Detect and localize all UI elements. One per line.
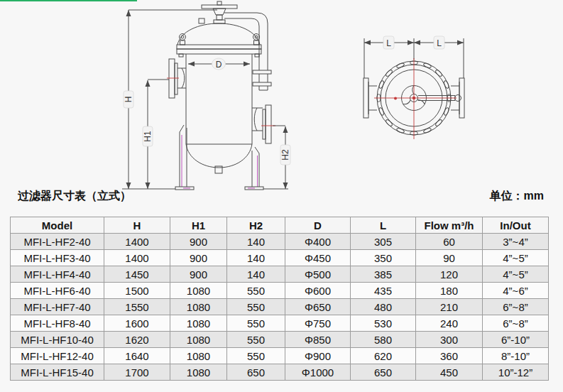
- cell-model: MFI-L-HF15-40: [11, 364, 104, 381]
- vessel-dome: [177, 18, 260, 45]
- column-header: D: [285, 217, 351, 234]
- cell-model: MFI-L-HF10-40: [11, 332, 104, 348]
- cell-in_out: 6”~8”: [483, 315, 549, 332]
- cell-h: 1400: [104, 234, 170, 250]
- cell-l: 350: [351, 250, 416, 266]
- cell-l: 480: [351, 299, 416, 315]
- cell-in_out: 10”-12”: [483, 364, 549, 381]
- lid-flange: [177, 45, 261, 57]
- table-row: MFI-L-HF12-4016401080550Φ9006203608”-10”: [11, 348, 549, 364]
- table-row: MFI-L-HF2-401400900140Φ400305603”~4”: [11, 234, 549, 250]
- cell-in_out: 4”~6”: [483, 283, 549, 299]
- cell-h2: 650: [227, 364, 285, 381]
- column-header: H2: [227, 217, 285, 234]
- cell-model: MFI-L-HF12-40: [11, 348, 104, 364]
- cell-h: 1400: [104, 250, 170, 266]
- inlet-nozzle: [167, 59, 186, 98]
- cell-l: 385: [351, 266, 416, 283]
- table-row: MFI-L-HF3-401400900140Φ450350904”~5”: [11, 250, 549, 266]
- cell-h1: 900: [170, 266, 227, 283]
- table-row: MFI-L-HF15-4017001080650Φ100065045010”-1…: [11, 364, 549, 381]
- dim-label-h: H: [124, 97, 133, 103]
- table-row: MFI-L-HF6-4015001080550Φ6004351804”~6”: [11, 283, 549, 299]
- cell-h: 1640: [104, 348, 170, 364]
- cell-in_out: 8”-10”: [483, 348, 549, 364]
- dimension-h: H: [122, 10, 217, 189]
- cell-flow: 180: [416, 283, 483, 299]
- cell-flow: 90: [416, 250, 483, 266]
- cell-model: MFI-L-HF8-40: [11, 315, 104, 332]
- table-row: MFI-L-HF7-4015501080550Φ6504802106”~8”: [11, 299, 549, 315]
- cell-model: MFI-L-HF3-40: [11, 250, 104, 266]
- cell-in_out: 6”-10”: [483, 332, 549, 348]
- cell-d: Φ900: [285, 348, 351, 364]
- cell-h1: 1080: [170, 315, 227, 332]
- cell-h1: 1080: [170, 332, 227, 348]
- cell-h2: 140: [227, 250, 285, 266]
- cell-h2: 550: [227, 348, 285, 364]
- datasheet-page: H H1 H2: [0, 0, 563, 392]
- dim-label-d: D: [216, 60, 222, 70]
- cell-h: 1550: [104, 299, 170, 315]
- cell-h2: 140: [227, 266, 285, 283]
- cell-h1: 900: [170, 250, 227, 266]
- cell-h: 1620: [104, 332, 170, 348]
- cell-flow: 450: [416, 364, 483, 381]
- dimension-h1: H1: [143, 80, 169, 189]
- cell-h1: 900: [170, 234, 227, 250]
- cell-h2: 550: [227, 283, 285, 299]
- cell-flow: 240: [416, 315, 483, 332]
- table-row: MFI-L-HF8-4016001080550Φ7505302406”~8”: [11, 315, 549, 332]
- cell-flow: 210: [416, 299, 483, 315]
- cell-h: 1600: [104, 315, 170, 332]
- cell-d: Φ750: [285, 315, 351, 332]
- cell-l: 650: [351, 364, 416, 381]
- dim-label-l-left: L: [386, 38, 391, 48]
- cell-d: Φ600: [285, 283, 351, 299]
- cell-in_out: 3”~4”: [483, 234, 549, 250]
- cell-in_out: 6”~8”: [483, 299, 549, 315]
- filter-technical-drawing: H H1 H2: [0, 0, 563, 212]
- dim-label-h1: H1: [143, 131, 153, 142]
- cell-h1: 1080: [170, 299, 227, 315]
- cell-d: Φ650: [285, 299, 351, 315]
- page-title: 过滤器尺寸表（立式）: [18, 189, 131, 204]
- unit-label: 单位：mm: [490, 189, 544, 204]
- support-legs: [175, 125, 263, 190]
- cell-in_out: 4”~5”: [483, 266, 549, 283]
- cell-flow: 300: [416, 332, 483, 348]
- cell-in_out: 4”~5”: [483, 250, 549, 266]
- column-header: H: [104, 217, 170, 234]
- cell-h1: 1080: [170, 283, 227, 299]
- column-header: Model: [11, 217, 104, 234]
- cell-l: 305: [351, 234, 416, 250]
- cell-h1: 1080: [170, 348, 227, 364]
- cell-h2: 550: [227, 332, 285, 348]
- cell-d: Φ850: [285, 332, 351, 348]
- dim-label-l-right: L: [437, 38, 442, 48]
- cell-model: MFI-L-HF2-40: [11, 234, 104, 250]
- dimension-d: D: [188, 58, 250, 70]
- cell-l: 580: [351, 332, 416, 348]
- centerlines: [374, 58, 457, 139]
- cell-d: Φ450: [285, 250, 351, 266]
- cell-h2: 550: [227, 299, 285, 315]
- cell-flow: 360: [416, 348, 483, 364]
- dim-label-h2: H2: [280, 149, 290, 160]
- cell-h: 1500: [104, 283, 170, 299]
- cell-h2: 140: [227, 234, 285, 250]
- cell-model: MFI-L-HF7-40: [11, 299, 104, 315]
- cell-d: Φ500: [285, 266, 351, 283]
- cell-d: Φ1000: [285, 364, 351, 381]
- column-header: Flow m³/h: [416, 217, 483, 234]
- cell-h: 1700: [104, 364, 170, 381]
- cell-h1: 1080: [170, 364, 227, 381]
- table-body: MFI-L-HF2-401400900140Φ400305603”~4”MFI-…: [11, 234, 549, 381]
- cell-h2: 550: [227, 315, 285, 332]
- table-header-row: ModelHH1H2DLFlow m³/hIn/Out: [11, 217, 549, 234]
- vessel-side-view: H H1 H2: [122, 1, 290, 190]
- cell-model: MFI-L-HF6-40: [11, 283, 104, 299]
- dimension-h2: H2: [263, 126, 290, 189]
- vessel-top-view: L L: [364, 36, 464, 139]
- dimensions-table: ModelHH1H2DLFlow m³/hIn/Out MFI-L-HF2-40…: [10, 217, 549, 381]
